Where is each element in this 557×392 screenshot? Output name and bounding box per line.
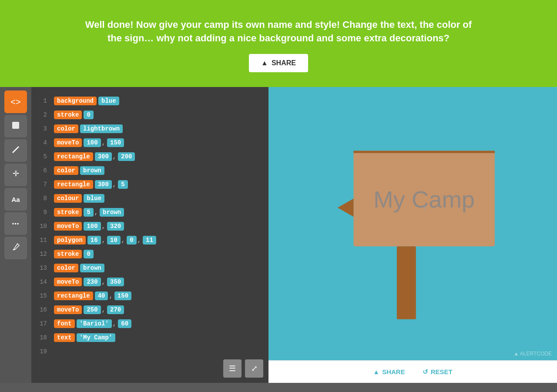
code-line[interactable]: 13colorbrown [31,261,268,275]
watermark: ▲ ALERTCODE [513,351,552,357]
token-value: blue [98,97,119,105]
code-line[interactable]: 14moveTo230,350 [31,275,268,289]
code-line[interactable]: 7rectangle300,5 [31,178,268,191]
align-icon: ☰ [229,364,236,373]
token-comma: , [102,306,105,313]
token-comma: , [121,237,125,244]
token-comma: , [102,237,105,244]
code-editor[interactable]: 1backgroundblue2stroke03colorlightbrown4… [31,87,268,383]
token-command: color [54,124,78,133]
line-number: 7 [37,181,47,188]
line-number: 2 [37,111,47,118]
code-button[interactable]: <> [4,90,27,113]
align-button[interactable]: ☰ [223,359,242,378]
code-line[interactable]: 2stroke0 [31,108,268,122]
line-number: 9 [37,209,47,216]
line-number: 4 [37,139,47,146]
shapes-button[interactable] [4,115,27,137]
top-banner: Well done! Now give your camp its own na… [0,0,557,87]
share-label-preview: SHARE [382,368,405,375]
expand-button[interactable]: ⤢ [245,359,263,378]
move-button[interactable]: ✛ [4,164,27,186]
expand-icon: ⤢ [251,364,258,373]
token-value: brown [80,264,104,272]
token-comma: , [138,237,141,244]
share-icon-top: ▲ [261,59,268,67]
share-icon-preview: ▲ [373,368,379,375]
token-value: 0 [127,236,136,245]
code-line[interactable]: 5rectangle300,200 [31,150,268,164]
token-value: brown [80,166,104,175]
code-icon: <> [10,97,20,107]
token-comma: , [109,292,112,299]
token-string: 'My Camp' [77,333,116,342]
token-value: lightbrown [80,124,123,133]
line-number: 12 [37,251,47,258]
code-line[interactable]: 3colorlightbrown [31,122,268,136]
eyedropper-button[interactable] [4,237,27,259]
token-value: 5 [118,180,128,189]
line-number: 8 [37,195,47,202]
token-value: 0 [84,250,93,258]
line-number: 15 [37,292,47,299]
move-icon: ✛ [11,169,20,181]
camp-sign-svg: My Camp [268,87,557,360]
token-comma: , [102,278,105,285]
share-button-preview[interactable]: ▲ SHARE [373,368,405,375]
token-value: 150 [107,138,124,147]
code-line[interactable]: 4moveTo100,150 [31,136,268,150]
preview-canvas: My Camp ▲ ALERTCODE [268,87,557,360]
token-value: blue [84,194,104,203]
line-number: 3 [37,125,47,132]
token-command: color [54,166,78,175]
code-line[interactable]: 10moveTo100,320 [31,219,268,233]
token-value: 300 [95,180,112,189]
line-button[interactable] [4,139,27,162]
token-value: 100 [84,138,101,147]
editor-bottom-bar: ☰ ⤢ [223,359,263,378]
token-value: 300 [95,152,112,161]
token-command: rectangle [54,152,93,161]
token-command: moveTo [54,278,82,286]
line-number: 5 [37,153,47,160]
sidebar: <> ✛ Aa ••• [0,87,31,383]
code-line[interactable]: 19 [31,345,268,358]
code-line[interactable]: 11polygon16,10,0,11 [31,233,268,247]
reset-icon-preview: ↺ [423,368,428,376]
token-value: 60 [118,319,131,328]
code-line[interactable]: 1backgroundblue [31,94,268,108]
line-number: 18 [37,334,47,341]
token-value: 270 [107,305,124,314]
line-number: 19 [37,348,47,355]
code-line[interactable]: 9stroke5,brown [31,205,268,219]
token-value: 350 [107,278,124,286]
more-button[interactable]: ••• [4,212,27,235]
svg-marker-6 [338,198,354,217]
share-button-top[interactable]: ▲ SHARE [249,54,308,72]
code-line[interactable]: 17font'Bariol',60 [31,317,268,331]
code-line[interactable]: 12stroke0 [31,247,268,261]
token-command: text [54,333,75,342]
code-line[interactable]: 15rectangle40,150 [31,289,268,303]
token-value: 200 [118,152,135,161]
token-value: 100 [84,222,101,231]
code-line[interactable]: 16moveTo250,270 [31,303,268,317]
token-command: moveTo [54,222,82,231]
svg-rect-0 [12,122,19,129]
shapes-icon [11,121,20,132]
reset-button-preview[interactable]: ↺ RESET [423,368,453,376]
token-command: stroke [54,250,82,258]
share-label-top: SHARE [272,59,296,67]
code-line[interactable]: 6colorbrown [31,164,268,178]
line-number: 14 [37,278,47,285]
token-command: polygon [54,236,86,245]
text-button[interactable]: Aa [4,188,27,211]
line-number: 6 [37,167,47,174]
code-line[interactable]: 18text'My Camp' [31,331,268,345]
token-comma: , [113,153,116,160]
code-line[interactable]: 8colourblue [31,191,268,205]
token-value: 150 [114,291,131,300]
eyedropper-icon [11,242,20,254]
line-number: 13 [37,265,47,271]
token-command: rectangle [54,291,93,300]
